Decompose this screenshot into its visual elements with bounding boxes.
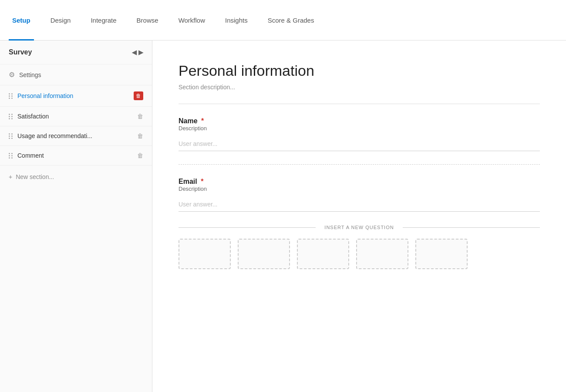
insert-question-label: INSERT A NEW QUESTION: [324, 225, 394, 230]
question-type-card-5[interactable]: [415, 239, 468, 269]
top-navigation: SetupDesignIntegrateBrowseWorkflowInsigh…: [0, 0, 566, 41]
sidebar-item-label-satisfaction: Satisfaction: [17, 113, 133, 120]
question-type-card-4[interactable]: [356, 239, 408, 269]
question-description-name: Description: [179, 125, 540, 132]
sidebar-nav-arrows[interactable]: ◀ ▶: [132, 49, 143, 56]
sidebar-item-satisfaction[interactable]: Satisfaction🗑: [0, 107, 152, 126]
arrow-left-icon[interactable]: ◀: [132, 49, 137, 56]
insert-question-row: INSERT A NEW QUESTION: [179, 225, 540, 230]
section-description: Section description...: [179, 84, 540, 91]
question-title-name: Name *: [179, 117, 204, 125]
sidebar-title: Survey: [9, 48, 32, 56]
new-section-label: New section...: [16, 173, 54, 180]
nav-item-setup[interactable]: Setup: [9, 0, 34, 41]
required-indicator-email: *: [199, 178, 204, 185]
section-title: Personal information: [179, 62, 540, 79]
sidebar-item-label-personal-information: Personal information: [17, 92, 129, 99]
nav-item-insights[interactable]: Insights: [222, 0, 251, 41]
section-divider: [179, 104, 540, 104]
nav-item-browse[interactable]: Browse: [133, 0, 162, 41]
question-block-email: Email *Description: [179, 178, 540, 212]
delete-section-button-personal-information[interactable]: 🗑: [134, 91, 143, 100]
sidebar-header: Survey ◀ ▶: [0, 41, 152, 64]
nav-item-workflow[interactable]: Workflow: [175, 0, 209, 41]
question-type-card-2[interactable]: [238, 239, 290, 269]
sidebar-item-label-comment: Comment: [17, 152, 133, 159]
sidebar-item-label-usage-recommendation: Usage and recommendati...: [17, 132, 133, 139]
question-title-email: Email *: [179, 178, 203, 185]
delete-section-button-satisfaction[interactable]: 🗑: [137, 113, 143, 120]
nav-item-integrate[interactable]: Integrate: [87, 0, 120, 41]
answer-input-email[interactable]: [179, 197, 540, 212]
nav-item-score-grades[interactable]: Score & Grades: [264, 0, 318, 41]
question-title-row-name: Name *: [179, 117, 540, 125]
sidebar-item-comment[interactable]: Comment🗑: [0, 146, 152, 166]
drag-icon: [9, 114, 13, 119]
main-content: Personal information Section description…: [152, 41, 566, 392]
question-title-row-email: Email *: [179, 178, 540, 186]
main-layout: Survey ◀ ▶ ⚙ Settings Personal informati…: [0, 41, 566, 392]
settings-item[interactable]: ⚙ Settings: [0, 64, 152, 85]
settings-label: Settings: [19, 71, 41, 78]
drag-icon: [9, 93, 13, 99]
question-block-name: Name *Description: [179, 117, 540, 151]
insert-line-left: [179, 227, 316, 228]
question-description-email: Description: [179, 186, 540, 192]
insert-line-right: [403, 227, 540, 228]
sidebar: Survey ◀ ▶ ⚙ Settings Personal informati…: [0, 41, 152, 392]
plus-icon: +: [9, 173, 12, 180]
nav-item-design[interactable]: Design: [47, 0, 74, 41]
answer-input-name[interactable]: [179, 137, 540, 151]
arrow-right-icon[interactable]: ▶: [138, 49, 143, 56]
sidebar-item-personal-information[interactable]: Personal information🗑: [0, 85, 152, 107]
sidebar-item-usage-recommendation[interactable]: Usage and recommendati...🗑: [0, 126, 152, 146]
drag-icon: [9, 153, 13, 159]
required-indicator-name: *: [199, 117, 204, 125]
question-divider-name: [179, 164, 540, 165]
delete-section-button-comment[interactable]: 🗑: [137, 152, 143, 159]
question-type-card-3[interactable]: [297, 239, 349, 269]
delete-section-button-usage-recommendation[interactable]: 🗑: [137, 132, 143, 139]
new-section-button[interactable]: + New section...: [0, 167, 152, 186]
question-type-card-1[interactable]: [179, 239, 231, 269]
drag-icon: [9, 133, 13, 139]
question-type-row: [179, 239, 540, 269]
gear-icon: ⚙: [9, 71, 15, 79]
